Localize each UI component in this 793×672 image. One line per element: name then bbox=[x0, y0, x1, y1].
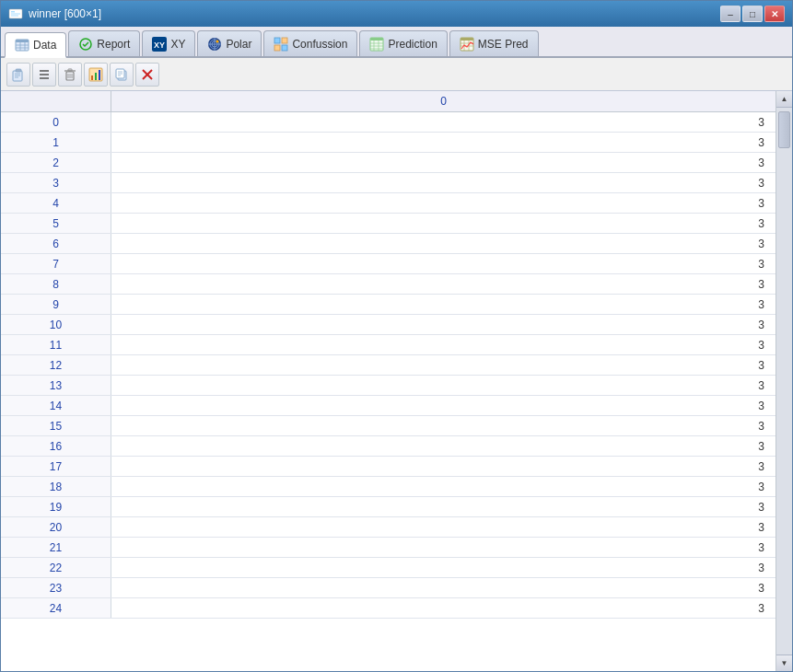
row-index-cell: 0 bbox=[1, 112, 111, 132]
svg-rect-51 bbox=[91, 75, 93, 80]
row-value-cell: 3 bbox=[111, 335, 776, 354]
svg-rect-36 bbox=[13, 71, 22, 81]
svg-rect-1 bbox=[11, 11, 15, 13]
scroll-up-button[interactable]: ▲ bbox=[776, 91, 793, 108]
table-container: 0 03132333435363738393103113123133143153… bbox=[1, 91, 776, 671]
row-value-cell: 3 bbox=[111, 538, 776, 557]
table-row[interactable]: 23 bbox=[1, 153, 776, 173]
row-index-cell: 20 bbox=[1, 517, 111, 537]
table-row[interactable]: 63 bbox=[1, 234, 776, 254]
table-row[interactable]: 163 bbox=[1, 436, 776, 457]
row-value-cell: 3 bbox=[111, 295, 776, 314]
row-index-cell: 21 bbox=[1, 538, 111, 557]
row-value-cell: 3 bbox=[111, 355, 776, 375]
data-column-header: 0 bbox=[111, 91, 776, 111]
row-index-cell: 16 bbox=[1, 436, 111, 456]
paste-icon bbox=[11, 67, 26, 82]
table-row[interactable]: 33 bbox=[1, 173, 776, 193]
tab-confussion-label: Confussion bbox=[292, 38, 347, 51]
toolbar-chart-button[interactable] bbox=[84, 63, 108, 87]
toolbar-paste-button[interactable] bbox=[6, 63, 30, 87]
table-row[interactable]: 123 bbox=[1, 355, 776, 376]
table-row[interactable]: 223 bbox=[1, 558, 776, 578]
tab-xy[interactable]: XY XY bbox=[142, 30, 195, 56]
scroll-track[interactable] bbox=[776, 108, 792, 655]
table-row[interactable]: 153 bbox=[1, 416, 776, 436]
row-index-cell: 12 bbox=[1, 355, 111, 375]
row-index-cell: 3 bbox=[1, 173, 111, 192]
polar-icon bbox=[207, 37, 222, 52]
svg-point-18 bbox=[216, 40, 219, 42]
row-index-cell: 23 bbox=[1, 578, 111, 597]
maximize-button[interactable]: □ bbox=[742, 6, 763, 22]
title-bar-left: winner [600×1] bbox=[8, 6, 101, 21]
row-value-cell: 3 bbox=[111, 396, 776, 415]
toolbar-delete-button[interactable] bbox=[58, 63, 82, 87]
xy-icon: XY bbox=[152, 37, 167, 52]
tab-msepred[interactable]: MSE Pred bbox=[449, 30, 539, 56]
tab-confussion[interactable]: Confussion bbox=[263, 30, 357, 56]
table-row[interactable]: 113 bbox=[1, 335, 776, 355]
pred-icon bbox=[369, 37, 384, 52]
table-row[interactable]: 43 bbox=[1, 193, 776, 214]
minimize-button[interactable]: – bbox=[720, 6, 741, 22]
app-icon bbox=[8, 6, 23, 21]
row-value-cell: 3 bbox=[111, 578, 776, 597]
tab-data[interactable]: Data bbox=[5, 32, 66, 58]
table-row[interactable]: 233 bbox=[1, 578, 776, 598]
copy-icon bbox=[114, 67, 129, 82]
close-button[interactable]: ✕ bbox=[764, 6, 785, 22]
table-row[interactable]: 03 bbox=[1, 112, 776, 133]
svg-rect-20 bbox=[282, 38, 287, 43]
row-value-cell: 3 bbox=[111, 214, 776, 233]
row-value-cell: 3 bbox=[111, 457, 776, 476]
table-row[interactable]: 73 bbox=[1, 254, 776, 274]
tab-report-label: Report bbox=[97, 38, 130, 51]
table-row[interactable]: 183 bbox=[1, 477, 776, 497]
row-value-cell: 3 bbox=[111, 193, 776, 213]
table-row[interactable]: 93 bbox=[1, 295, 776, 315]
row-index-cell: 22 bbox=[1, 558, 111, 577]
row-value-cell: 3 bbox=[111, 517, 776, 537]
table-row[interactable]: 143 bbox=[1, 396, 776, 416]
row-value-cell: 3 bbox=[111, 376, 776, 395]
tab-data-label: Data bbox=[33, 39, 56, 52]
tab-prediction-label: Prediction bbox=[388, 38, 437, 51]
toolbar-close-button[interactable] bbox=[135, 63, 159, 87]
table-body[interactable]: 0313233343536373839310311312313314315316… bbox=[1, 112, 776, 671]
row-index-cell: 8 bbox=[1, 274, 111, 294]
row-index-cell: 10 bbox=[1, 315, 111, 334]
row-value-cell: 3 bbox=[111, 153, 776, 172]
scrollbar[interactable]: ▲ ▼ bbox=[776, 91, 792, 671]
scroll-down-button[interactable]: ▼ bbox=[776, 655, 793, 671]
table-row[interactable]: 193 bbox=[1, 497, 776, 517]
table-row[interactable]: 13 bbox=[1, 133, 776, 153]
row-index-cell: 6 bbox=[1, 234, 111, 253]
toolbar-copy-button[interactable] bbox=[110, 63, 134, 87]
svg-rect-37 bbox=[16, 69, 21, 72]
toolbar bbox=[1, 58, 792, 91]
tab-polar[interactable]: Polar bbox=[197, 30, 262, 56]
table-row[interactable]: 243 bbox=[1, 598, 776, 619]
toolbar-list-button[interactable] bbox=[32, 63, 56, 87]
table-row[interactable]: 83 bbox=[1, 274, 776, 295]
table-icon bbox=[15, 38, 29, 52]
scroll-thumb[interactable] bbox=[778, 111, 790, 148]
table-header: 0 bbox=[1, 91, 776, 112]
table-row[interactable]: 53 bbox=[1, 214, 776, 234]
row-index-cell: 2 bbox=[1, 153, 111, 172]
table-row[interactable]: 213 bbox=[1, 538, 776, 558]
table-row[interactable]: 133 bbox=[1, 376, 776, 396]
table-row[interactable]: 173 bbox=[1, 457, 776, 477]
tab-prediction[interactable]: Prediction bbox=[359, 30, 447, 56]
svg-rect-21 bbox=[274, 45, 280, 51]
table-row[interactable]: 203 bbox=[1, 517, 776, 538]
tab-report[interactable]: Report bbox=[68, 30, 140, 56]
svg-rect-52 bbox=[95, 73, 97, 80]
row-value-cell: 3 bbox=[111, 497, 776, 516]
svg-rect-3 bbox=[11, 16, 18, 17]
tabs-bar: Data Report XY XY bbox=[1, 27, 792, 58]
row-value-cell: 3 bbox=[111, 254, 776, 273]
table-row[interactable]: 103 bbox=[1, 315, 776, 335]
main-window: winner [600×1] – □ ✕ Data bbox=[0, 0, 793, 672]
